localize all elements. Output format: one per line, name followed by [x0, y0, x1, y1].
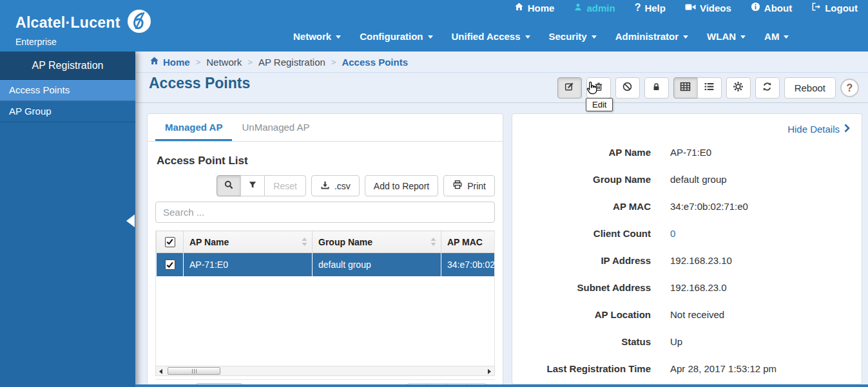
breadcrumb-network-link[interactable]: Network: [206, 57, 242, 68]
breadcrumb-ap-registration-link[interactable]: AP Registration: [258, 57, 325, 68]
logout-icon: [811, 2, 821, 14]
detail-row-ap-mac: AP MAC 34:e7:0b:02:71:e0: [512, 198, 862, 214]
list-footer-divider: [155, 379, 495, 380]
cell-ap-name: AP-71:E0: [184, 253, 313, 277]
nav-item-security[interactable]: Security: [549, 31, 597, 42]
utility-link-videos[interactable]: Videos: [685, 3, 731, 14]
scrollbar-grip-icon: [194, 369, 195, 373]
sidebar-item-ap-group[interactable]: AP Group: [0, 101, 135, 122]
hide-details-link[interactable]: Hide Details: [787, 124, 850, 135]
horizontal-scrollbar[interactable]: [155, 366, 495, 376]
main-content: Home > Network > AP Registration > Acces…: [135, 52, 868, 387]
page-title: Access Points: [149, 75, 250, 92]
lock-button[interactable]: [644, 77, 669, 99]
access-point-list-panel: Managed AP UnManaged AP Access Point Lis…: [147, 113, 503, 387]
chevron-down-icon: [336, 35, 341, 39]
list-heading: Access Point List: [157, 155, 495, 167]
nav-item-wlan[interactable]: WLAN: [707, 31, 746, 42]
row-checkbox[interactable]: [165, 260, 175, 270]
lock-icon: [651, 82, 661, 95]
chevron-right-icon: [844, 124, 850, 135]
chevron-down-icon: [592, 35, 597, 39]
select-all-checkbox[interactable]: [165, 237, 175, 247]
column-header-ap-name[interactable]: AP Name: [184, 231, 313, 253]
reset-button[interactable]: Reset: [264, 175, 306, 196]
sidebar-item-access-points[interactable]: Access Points: [0, 80, 135, 101]
chevron-down-icon: [428, 35, 433, 39]
table-empty-space: [156, 277, 494, 366]
bottom-strip: [135, 384, 868, 387]
refresh-button[interactable]: [755, 77, 780, 99]
filter-icon: [248, 180, 257, 191]
sidebar-title: AP Registration: [0, 52, 135, 80]
toolbar: Reboot ?: [557, 77, 859, 99]
client-count-link[interactable]: 0: [670, 228, 862, 239]
nav-item-network[interactable]: Network: [293, 31, 341, 42]
search-filter-group: Reset: [217, 175, 306, 196]
edit-button[interactable]: [557, 77, 582, 99]
detail-row-last-registration-time: Last Registration Time Apr 28, 2017 1:53…: [512, 361, 862, 376]
detail-row-ap-name: AP Name AP-71:E0: [512, 144, 862, 160]
sort-icon[interactable]: [302, 237, 307, 249]
chevron-down-icon: [740, 35, 746, 39]
search-icon: [224, 180, 234, 192]
breadcrumb-separator: >: [247, 57, 253, 67]
tab-unmanaged-ap[interactable]: UnManaged AP: [232, 114, 319, 141]
ap-table: AP Name Group Name AP MAC: [156, 231, 495, 277]
column-header-ap-mac[interactable]: AP MAC: [441, 231, 496, 253]
top-header: Alcatel·Lucent Enterprise Home admin ? H…: [0, 0, 868, 52]
breadcrumb-home-link[interactable]: Home: [149, 56, 190, 68]
detail-row-client-count: Client Count 0: [512, 225, 862, 241]
sidebar-collapse-arrow[interactable]: [126, 214, 135, 227]
breadcrumb: Home > Network > AP Registration > Acces…: [135, 52, 868, 73]
scrollbar-thumb[interactable]: [168, 367, 220, 375]
utility-link-home[interactable]: Home: [514, 2, 555, 14]
header-checkbox-cell: [157, 231, 184, 253]
filter-button[interactable]: [240, 175, 265, 196]
chevron-down-icon: [683, 35, 688, 39]
brand-name: Alcatel·Lucent: [15, 14, 121, 32]
nav-item-unified-access[interactable]: Unified Access: [452, 31, 530, 42]
add-to-report-button[interactable]: Add to Report: [365, 175, 438, 196]
grid-icon: [680, 82, 691, 94]
nav-item-am[interactable]: AM: [764, 31, 789, 42]
block-button[interactable]: [615, 77, 640, 99]
list-icon: [704, 82, 715, 94]
scroll-right-arrow-icon[interactable]: [488, 369, 491, 374]
print-button[interactable]: Print: [443, 175, 495, 196]
row-checkbox-cell: [157, 253, 184, 277]
search-input[interactable]: [155, 202, 495, 223]
table-row[interactable]: AP-71:E0 default group 34:e7:0b:02:71:e0: [157, 253, 496, 277]
cell-ap-mac: 34:e7:0b:02:71:e0: [441, 253, 496, 277]
utility-link-help[interactable]: ? Help: [635, 2, 666, 14]
utility-link-admin[interactable]: admin: [574, 3, 615, 14]
export-csv-button[interactable]: .csv: [311, 175, 360, 196]
list-view-button[interactable]: [697, 77, 722, 99]
brand-logo: Alcatel·Lucent Enterprise: [15, 9, 151, 47]
chevron-down-icon: [525, 35, 530, 39]
delete-button[interactable]: [586, 77, 611, 99]
ap-details-panel: Hide Details AP Name AP-71:E0 Group Name…: [512, 113, 862, 384]
breadcrumb-current: Access Points: [342, 57, 408, 68]
grid-view-button[interactable]: [673, 77, 698, 99]
scroll-left-arrow-icon[interactable]: [159, 369, 162, 374]
column-header-group-name[interactable]: Group Name: [313, 231, 441, 253]
chevron-down-icon: [784, 35, 789, 39]
help-button[interactable]: ?: [840, 79, 859, 97]
main-nav: Network Configuration Unified Access Sec…: [293, 31, 789, 42]
utility-link-logout[interactable]: Logout: [811, 2, 858, 14]
nav-item-administrator[interactable]: Administrator: [615, 31, 688, 42]
tab-managed-ap[interactable]: Managed AP: [155, 114, 232, 141]
search-button[interactable]: [217, 175, 241, 196]
breadcrumb-separator: >: [196, 57, 201, 67]
video-camera-icon: [685, 3, 696, 14]
view-toggle-group: [673, 77, 722, 99]
printer-icon: [452, 180, 463, 192]
info-icon: [751, 2, 760, 14]
nav-item-configuration[interactable]: Configuration: [360, 31, 432, 42]
utility-link-about[interactable]: About: [751, 2, 792, 14]
sort-icon[interactable]: [430, 237, 436, 249]
reboot-button[interactable]: Reboot: [784, 77, 836, 99]
settings-button[interactable]: [726, 77, 751, 99]
home-icon: [514, 2, 524, 14]
